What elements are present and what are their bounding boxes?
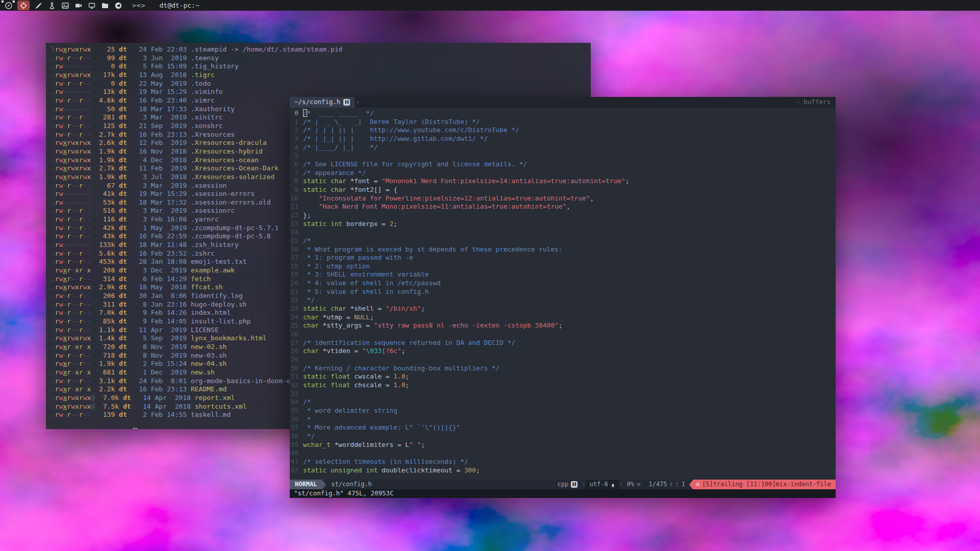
line-number: 32 xyxy=(290,381,303,390)
tab-chevron-icon: › xyxy=(356,98,360,107)
top-bar: ><> dt@dt-pc:~ xyxy=(0,0,980,11)
line-number: 9 xyxy=(290,186,303,194)
display-icon[interactable] xyxy=(87,1,96,10)
tab-path: ~/s/config.h xyxy=(294,98,340,107)
code-line: 7/* appearance */ xyxy=(290,169,836,178)
code-line: 9static char *font2[] = { xyxy=(290,186,836,194)
line-number: 34 xyxy=(290,398,303,407)
code-line: 22 */ xyxy=(290,296,836,305)
line-number: 12 xyxy=(290,211,303,220)
code-line: 11 "Hack Nerd Font Mono:pixelsize=11:ant… xyxy=(290,203,836,211)
file-row: .rw-r--r-- 0 dt 22 May 2019 .todo xyxy=(51,80,591,88)
line-number: 21 xyxy=(290,288,303,296)
line-number: 20 xyxy=(290,279,303,288)
line-number: 7 xyxy=(290,169,303,178)
code-line: 4/* |____/ |_| */ xyxy=(290,143,836,152)
code-line: 14 xyxy=(290,228,836,237)
code-line: 37 * More advanced example: L" `'\"()[]{… xyxy=(290,423,836,432)
fish-shell-icon[interactable]: ><> xyxy=(132,2,145,9)
line-number: 8 xyxy=(290,177,303,186)
line-number: 30 xyxy=(290,364,303,373)
code-line: 31static float cwscale = 1.0; xyxy=(290,372,836,381)
encoding-label: utf-8 xyxy=(586,480,619,489)
line-number: 40 xyxy=(290,449,303,458)
target-icon[interactable] xyxy=(17,1,30,10)
hostname-title: dt@dt-pc:~ xyxy=(159,2,199,9)
code-line: 23static char *shell = "/bin/sh"; xyxy=(290,305,836,313)
cursor-position: 1/475 ℓ : 1 xyxy=(645,480,689,489)
file-row: .rw-r--r-- 99 dt 3 Jun 2019 .teensy xyxy=(51,54,591,63)
line-number: 18 xyxy=(290,262,303,271)
workspace-dot xyxy=(2,1,4,3)
line-number: 3 xyxy=(290,135,303,143)
terminal-cursor[interactable] xyxy=(133,428,137,429)
lint-warning-badge: ≡ [5]trailing [11:100]mix-indent-file xyxy=(693,480,836,489)
color-picker-icon[interactable] xyxy=(34,1,43,10)
powerline-separator-icon xyxy=(689,480,693,489)
line-number: 4 xyxy=(290,143,303,152)
code-line: 32static float chscale = 1.0; xyxy=(290,381,836,390)
buffers-label[interactable]: ‹buffers xyxy=(796,98,836,107)
line-number: 39 xyxy=(290,441,303,449)
lines-icon: ≡ xyxy=(637,480,640,489)
image-viewer-icon[interactable] xyxy=(61,1,69,10)
code-line: 13static int borderpx = 2; xyxy=(290,220,836,229)
vim-statusline: NORMAL st/config.h cpp H ‹ utf-8 ‹ 0% ≡ … xyxy=(290,480,836,489)
file-manager-icon[interactable] xyxy=(100,1,109,10)
behind-count: ↓54 xyxy=(112,428,124,429)
line-number: 42 xyxy=(290,466,303,475)
line-number: 14 xyxy=(290,228,303,237)
code-line: 10 "Inconsolata for Powerline:pixelsize=… xyxy=(290,194,836,203)
line-number-icon: ℓ xyxy=(670,480,673,489)
tab-config-h[interactable]: ~/s/config.h H xyxy=(290,97,355,108)
line-number: 0 xyxy=(290,109,303,118)
line-number: 25 xyxy=(290,321,303,330)
line-number: 28 xyxy=(290,347,303,356)
workspace-dot xyxy=(13,1,15,3)
code-line: 28char *vtiden = "\033[?6c"; xyxy=(290,347,836,356)
code-line: 39wchar_t *worddelimiters = L" "; xyxy=(290,441,836,449)
code-line: 5 xyxy=(290,152,836,160)
line-number: 6 xyxy=(290,160,303,169)
prompt-symbol: $ xyxy=(128,428,132,429)
line-number: 37 xyxy=(290,423,303,432)
mode-indicator: NORMAL xyxy=(290,480,322,489)
compass-icon[interactable] xyxy=(4,1,13,10)
code-line: 36 * xyxy=(290,415,836,424)
line-number: 17 xyxy=(290,254,303,262)
line-number: 35 xyxy=(290,407,303,415)
code-line: 12}; xyxy=(290,211,836,220)
line-number: 13 xyxy=(290,220,303,229)
code-line: 15/* xyxy=(290,237,836,245)
line-number: 31 xyxy=(290,372,303,381)
line-number: 26 xyxy=(290,330,303,339)
code-line: 3/* | |_| || | http://www.gitlab.com/dwt… xyxy=(290,135,836,143)
git-branch-label: master* xyxy=(80,428,108,429)
line-number: 33 xyxy=(290,390,303,398)
code-line: 20 * 4: value of shell in /etc/passwd xyxy=(290,279,836,288)
line-number: 23 xyxy=(290,305,303,313)
code-line: 1/* | _ \_ _| Derek Taylor (DistroTube) … xyxy=(290,118,836,127)
code-line: 33 xyxy=(290,390,836,398)
modified-icon: H xyxy=(571,481,577,488)
code-line: 24char *utmp = NULL; xyxy=(290,313,836,322)
code-line: 19 * 3: SHELL environment variable xyxy=(290,270,836,279)
video-camera-icon[interactable] xyxy=(74,1,83,10)
code-line: 30/* Kerning / character bounding-box mu… xyxy=(290,364,836,373)
file-row: lrwxrwxrwx 25 dt 24 Feb 22:03 .steampid … xyxy=(51,45,591,54)
code-line: 27/* identification sequence returned in… xyxy=(290,339,836,347)
flask-icon[interactable] xyxy=(47,1,56,10)
line-number: 27 xyxy=(290,339,303,347)
chevron-left-icon: ‹ xyxy=(796,98,800,106)
line-number: 11 xyxy=(290,203,303,211)
line-number: 10 xyxy=(290,194,303,203)
code-line: 18 * 2: utmp option xyxy=(290,262,836,271)
file-row: .rwxrwxrwx 17k dt 13 Aug 2018 .tigrc xyxy=(51,71,591,80)
vim-window[interactable]: ~/s/config.h H › ‹buffers 0/* ____ _____… xyxy=(290,97,836,498)
vim-tabbar: ~/s/config.h H › ‹buffers xyxy=(290,97,836,108)
line-number: 36 xyxy=(290,415,303,424)
telegram-icon[interactable] xyxy=(114,1,122,10)
line-number: 1 xyxy=(290,118,303,127)
line-number: 2 xyxy=(290,126,303,135)
vim-code-area[interactable]: 0/* ____ _____ */1/* | _ \_ _| Derek Tay… xyxy=(290,108,836,480)
